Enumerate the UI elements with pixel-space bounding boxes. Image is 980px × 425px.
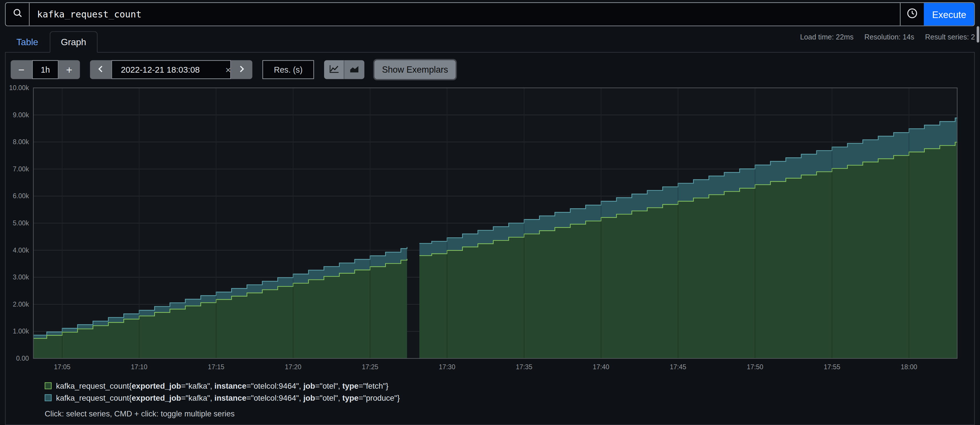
prometheus-app: Execute Table Graph Load time: 22ms Reso… <box>0 2 980 425</box>
clear-time-icon[interactable]: × <box>225 65 231 74</box>
query-input-group: Execute <box>5 2 975 26</box>
svg-text:2.00k: 2.00k <box>13 301 29 308</box>
chevron-left-icon <box>97 64 104 75</box>
legend-hint: Click: select series, CMD + click: toggl… <box>45 409 970 418</box>
stacked-chart-icon <box>349 64 359 75</box>
legend: kafka_request_count{exported_job="kafka"… <box>45 380 970 404</box>
svg-text:3.00k: 3.00k <box>13 274 29 281</box>
line-chart-icon <box>329 64 339 75</box>
scrollbar-thumb[interactable] <box>977 26 979 43</box>
query-bar: Execute <box>5 2 975 26</box>
search-icon <box>12 8 22 21</box>
stacked-graph-button[interactable] <box>344 60 364 79</box>
legend-label: kafka_request_count{exported_job="kafka"… <box>56 382 388 390</box>
svg-text:17:10: 17:10 <box>131 363 148 371</box>
range-input[interactable] <box>32 60 58 79</box>
result-series: Result series: 2 <box>925 33 975 41</box>
chevron-right-icon <box>238 64 245 75</box>
graph-type-group <box>324 60 364 79</box>
range-decrease-button[interactable]: − <box>11 60 32 79</box>
tabs-bar: Table Graph Load time: 22ms Resolution: … <box>5 31 975 53</box>
svg-text:17:55: 17:55 <box>824 363 840 371</box>
svg-text:17:05: 17:05 <box>54 363 70 371</box>
line-graph-button[interactable] <box>324 60 344 79</box>
svg-text:18:00: 18:00 <box>901 363 917 371</box>
time-toggle-button[interactable] <box>900 3 924 25</box>
svg-text:5.00k: 5.00k <box>13 220 29 227</box>
resolution: Resolution: 14s <box>864 33 914 41</box>
tab-table[interactable]: Table <box>5 31 49 53</box>
time-forward-button[interactable] <box>231 60 252 79</box>
svg-text:17:50: 17:50 <box>747 363 764 371</box>
load-time: Load time: 22ms <box>800 33 854 41</box>
legend-swatch <box>45 395 51 401</box>
resolution-input[interactable] <box>262 60 314 79</box>
svg-text:17:25: 17:25 <box>362 363 379 371</box>
graph-panel: − + × <box>5 53 975 425</box>
time-back-button[interactable] <box>90 60 111 79</box>
query-input[interactable] <box>29 3 900 25</box>
svg-text:17:40: 17:40 <box>593 363 609 371</box>
legend-swatch <box>45 382 51 389</box>
svg-text:1.00k: 1.00k <box>13 328 29 335</box>
svg-text:9.00k: 9.00k <box>13 111 29 119</box>
execute-button[interactable]: Execute <box>924 3 974 25</box>
graph-controls: − + × <box>11 60 970 79</box>
svg-text:6.00k: 6.00k <box>13 192 29 200</box>
range-increase-button[interactable]: + <box>59 60 80 79</box>
svg-text:17:30: 17:30 <box>439 363 455 371</box>
svg-text:8.00k: 8.00k <box>13 138 29 146</box>
legend-item[interactable]: kafka_request_count{exported_job="kafka"… <box>45 392 970 404</box>
tab-graph[interactable]: Graph <box>49 31 97 53</box>
graph-canvas[interactable]: 0.001.00k2.00k3.00k4.00k5.00k6.00k7.00k8… <box>10 84 970 372</box>
range-group: − + <box>11 60 80 79</box>
svg-text:4.00k: 4.00k <box>13 247 29 254</box>
svg-text:17:20: 17:20 <box>285 363 301 371</box>
datetime-input[interactable] <box>111 60 231 79</box>
legend-label: kafka_request_count{exported_job="kafka"… <box>56 393 400 402</box>
svg-text:17:45: 17:45 <box>670 363 686 371</box>
legend-item[interactable]: kafka_request_count{exported_job="kafka"… <box>45 380 970 392</box>
search-addon <box>6 3 30 25</box>
show-exemplars-button[interactable]: Show Exemplars <box>374 60 456 79</box>
svg-text:17:35: 17:35 <box>516 363 532 371</box>
time-group: × <box>90 60 253 79</box>
clock-icon <box>907 8 918 21</box>
svg-text:17:15: 17:15 <box>208 363 224 371</box>
query-stats: Load time: 22ms Resolution: 14s Result s… <box>791 31 975 41</box>
svg-text:7.00k: 7.00k <box>13 165 29 173</box>
svg-text:0.00: 0.00 <box>16 355 29 362</box>
svg-text:10.00k: 10.00k <box>10 84 29 92</box>
